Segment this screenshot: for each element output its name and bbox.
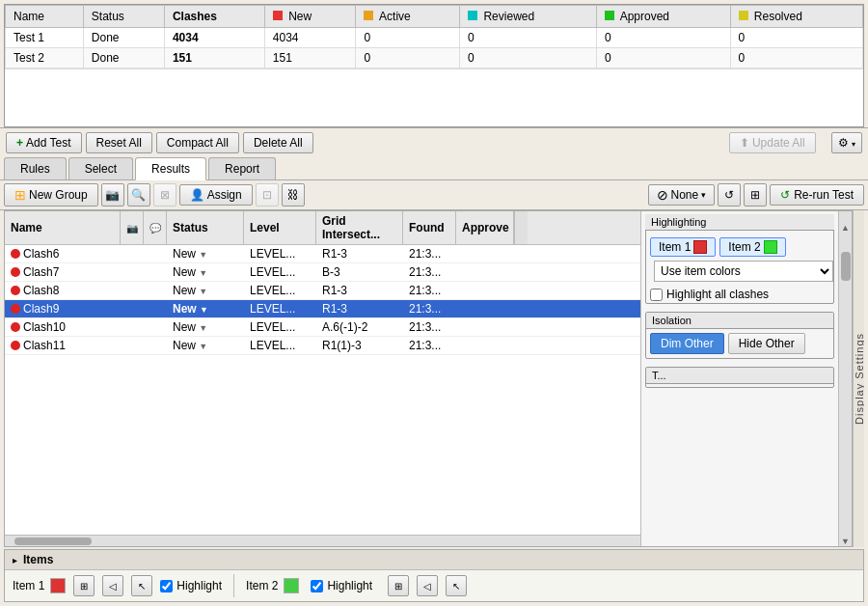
list-col-status: Status	[167, 211, 244, 244]
highlight-all-checkbox[interactable]	[650, 289, 663, 301]
test-approved-cell: 0	[596, 28, 730, 48]
select-icon: ↖	[138, 581, 146, 592]
col-name-header: Name	[6, 6, 84, 28]
item1-select-btn[interactable]: ↖	[131, 575, 152, 596]
test-new-cell: 151	[264, 48, 356, 69]
item1-button[interactable]: Item 1	[650, 237, 716, 257]
item2-button[interactable]: Item 2	[719, 237, 785, 257]
use-colors-select[interactable]: Use item colors	[654, 261, 833, 282]
merge-icon: ⊞	[750, 188, 760, 202]
none-dropdown[interactable]: ⊘ None ▾	[648, 184, 716, 206]
second-toolbar: ⊞ New Group 📷 🔍 ⊠ 👤 Assign ⊡ ⛓ ⊘ None ▾	[0, 180, 868, 210]
table-row[interactable]: Test 2 Done 151 151 0 0 0 0	[6, 48, 863, 69]
col-reviewed-header: Reviewed	[460, 6, 597, 28]
tabs-area: Rules Select Results Report	[0, 157, 868, 180]
test-approved-cell: 0	[596, 48, 730, 69]
list-item[interactable]: Clash6 New ▼ LEVEL... R1-3 21:3...	[5, 245, 640, 263]
tab-rules[interactable]: Rules	[4, 157, 67, 179]
merge-icon-btn[interactable]: ⊞	[744, 183, 767, 207]
status-dot	[11, 341, 20, 350]
table-row[interactable]: Test 1 Done 4034 4034 0 0 0 0	[6, 28, 863, 48]
clash-approved-cell	[456, 270, 514, 274]
test-reviewed-cell: 0	[460, 28, 597, 48]
content-area: Name 📷 💬 Status Level Grid I	[4, 210, 853, 547]
list-rows: Clash6 New ▼ LEVEL... R1-3 21:3...	[5, 245, 640, 535]
clash-level-cell: LEVEL...	[244, 245, 316, 262]
item2-back-btn[interactable]: ◁	[417, 575, 438, 596]
list-item[interactable]: Clash8 New ▼ LEVEL... R1-3 21:3...	[5, 282, 640, 300]
undo-icon-btn[interactable]: ↺	[718, 183, 741, 207]
hide-other-button[interactable]: Hide Other	[728, 333, 805, 354]
tab-select[interactable]: Select	[68, 157, 133, 179]
test-active-cell: 0	[356, 48, 460, 69]
item2-select-btn[interactable]: ↖	[446, 575, 467, 596]
settings-dropdown-button[interactable]: ⚙ ▾	[831, 132, 862, 153]
status-dropdown-arrow: ▼	[199, 268, 207, 278]
item1-camera-btn[interactable]: ⊞	[73, 575, 95, 596]
highlighting-section: Highlighting Item 1 Item 2	[645, 215, 834, 304]
horizontal-scrollbar[interactable]	[5, 535, 640, 546]
clash-level-cell: LEVEL...	[244, 337, 316, 354]
list-item[interactable]: Clash9 New ▼ LEVEL... R1-3 21:3...	[5, 300, 640, 318]
item2-camera-btn[interactable]: ⊞	[388, 575, 409, 596]
col-approved-header: Approved	[596, 6, 730, 28]
clash-approved-cell	[456, 252, 514, 256]
test-reviewed-cell: 0	[460, 48, 597, 69]
rerun-test-button[interactable]: ↺ Re-run Test	[770, 184, 864, 206]
back-icon: ◁	[423, 581, 431, 592]
list-item[interactable]: Clash11 New ▼ LEVEL... R1(1)-3 21:3...	[5, 337, 640, 355]
item1-highlight-checkbox[interactable]	[160, 580, 173, 592]
clash-status-cell: New ▼	[167, 300, 244, 317]
clash-grid-cell: R1-3	[316, 300, 403, 317]
new-group-button[interactable]: ⊞ New Group	[4, 183, 98, 207]
camera-icon-btn[interactable]: 📷	[101, 183, 124, 207]
delete-all-button[interactable]: Delete All	[243, 132, 313, 153]
dim-other-button[interactable]: Dim Other	[650, 333, 724, 354]
scroll-down-arrow[interactable]: ▼	[841, 537, 850, 546]
chevron-down-icon: ▾	[701, 190, 706, 200]
comment-icon: 💬	[149, 223, 161, 234]
list-item[interactable]: Clash7 New ▼ LEVEL... B-3 21:3...	[5, 263, 640, 282]
display-settings-panel[interactable]: Display Settings	[853, 210, 864, 547]
col-status-header: Status	[83, 6, 164, 28]
vertical-scrollbar[interactable]: ▲ ▼	[838, 211, 852, 546]
list-col-camera: 📷	[121, 211, 144, 244]
clash-tests-table: Name Status Clashes New Active	[5, 5, 863, 69]
filter-icon-btn: ⊠	[153, 183, 176, 207]
compact-all-button[interactable]: Compact All	[156, 132, 239, 153]
clash-status-cell: New ▼	[167, 263, 244, 281]
item1-back-btn[interactable]: ◁	[102, 575, 123, 596]
first-toolbar: + Add Test Reset All Compact All Delete …	[0, 127, 868, 157]
isolation-buttons: Dim Other Hide Other	[646, 329, 833, 358]
clash-grid-cell: R1(1)-3	[316, 337, 403, 354]
items-separator	[233, 574, 234, 597]
item2-highlight-checkbox[interactable]	[311, 580, 323, 592]
scrollbar-thumb[interactable]	[14, 537, 92, 545]
viewpoint-icon-btn[interactable]: 🔍	[127, 183, 150, 207]
vscroll-thumb[interactable]	[841, 252, 851, 281]
items-panel-header[interactable]: ▸ Items	[5, 550, 863, 570]
list-item[interactable]: Clash10 New ▼ LEVEL... A.6(-1)-2 21:3...	[5, 318, 640, 337]
clash-level-cell: LEVEL...	[244, 263, 316, 281]
test-resolved-cell: 0	[730, 28, 863, 48]
reset-all-button[interactable]: Reset All	[86, 132, 152, 153]
table-empty-area	[5, 69, 863, 126]
clash-name-cell: Clash7	[5, 263, 121, 281]
link-icon-btn[interactable]: ⛓	[282, 183, 305, 207]
items-panel-body: Item 1 ⊞ ◁ ↖ Highlight Item 2 Highlight	[5, 570, 863, 601]
col-new-header: New	[264, 6, 356, 28]
clash-found-cell: 21:3...	[403, 263, 456, 281]
new-group-icon: ⊞	[14, 187, 26, 203]
undo-icon: ↺	[724, 188, 734, 202]
assign-button[interactable]: 👤 Assign	[179, 184, 253, 206]
clash-found-cell: 21:3...	[403, 245, 456, 262]
filter-icon: ⊠	[160, 188, 170, 202]
clash-status-cell: New ▼	[167, 245, 244, 262]
status-dropdown-arrow: ▼	[200, 305, 208, 315]
tab-results[interactable]: Results	[135, 157, 206, 180]
tab-report[interactable]: Report	[208, 157, 276, 179]
add-test-button[interactable]: + Add Test	[6, 132, 82, 153]
scroll-up-arrow[interactable]: ▲	[841, 223, 850, 233]
highlighting-panel: Highlighting Item 1 Item 2	[640, 211, 838, 546]
select-icon: ↖	[452, 581, 460, 592]
